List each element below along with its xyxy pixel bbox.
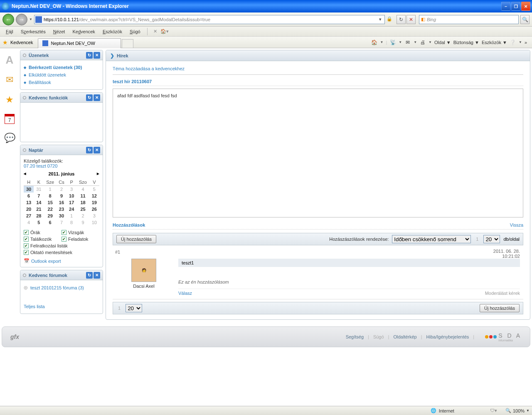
- zoom-dropdown-icon[interactable]: ▼: [526, 409, 530, 413]
- outlook-export-link[interactable]: 📅 Outlook export: [24, 258, 99, 264]
- check-exams[interactable]: ✔Vizsgák: [62, 229, 99, 236]
- prev-month-button[interactable]: ◂: [24, 171, 26, 176]
- close-button[interactable]: ✕: [521, 2, 530, 11]
- main-panel: ❯ Hírek Téma hozzáadása a kedvencekhez t…: [106, 50, 530, 320]
- upcoming-label: Közelgő találkozók:: [24, 158, 63, 163]
- widget-refresh-icon[interactable]: ↻: [86, 52, 93, 59]
- widget-close-icon[interactable]: ✕: [94, 147, 100, 153]
- widget-messages: Üzenetek ↻ ✕ ◆Beérkezett üzenetek (30) ◆…: [20, 50, 103, 90]
- help-icon[interactable]: ❔: [510, 39, 516, 46]
- check-signup[interactable]: ✔Feliratkozási listák: [24, 242, 99, 249]
- overflow-icon[interactable]: »: [525, 40, 527, 45]
- lock-icon: 🔒: [387, 16, 393, 23]
- full-list-link[interactable]: Teljes lista: [24, 304, 45, 309]
- print-icon[interactable]: 🖨: [419, 39, 426, 46]
- widget-refresh-icon[interactable]: ↻: [86, 147, 93, 153]
- rail-star-icon[interactable]: ★: [4, 94, 15, 106]
- sidebar: Üzenetek ↻ ✕ ◆Beérkezett üzenetek (30) ◆…: [20, 50, 103, 320]
- search-box[interactable]: ◧ Bing: [419, 15, 519, 24]
- new-comment-button-bottom[interactable]: Új hozzászólás: [480, 304, 520, 312]
- widget-title: Kedvenc funkciók: [29, 95, 68, 100]
- moderate-link[interactable]: Moderálást kérek: [485, 291, 520, 296]
- close-tab-icon[interactable]: ✕: [151, 29, 160, 34]
- cmd-page[interactable]: Oldal ▼: [434, 40, 451, 45]
- new-comment-button[interactable]: Új hozzászólás: [116, 235, 156, 243]
- check-meetings[interactable]: ✔Találkozók: [24, 236, 62, 242]
- menu-tools[interactable]: Eszközök: [99, 28, 126, 35]
- url-text: https://10.0.1.121/dev_ow/main.aspx?ctrl…: [42, 17, 377, 22]
- calendar-month: 2011. június: [49, 171, 75, 176]
- menu-file[interactable]: Fájl: [2, 28, 17, 35]
- browser-tab[interactable]: Neptun.Net DEV_OW: [38, 38, 121, 48]
- rail-chat-icon[interactable]: 💬: [4, 132, 15, 144]
- widget-title: Kedvenc fórumok: [29, 273, 67, 278]
- menu-view[interactable]: Nézet: [50, 28, 69, 35]
- per-page-label: db/oldal: [503, 237, 520, 242]
- navigation-row: ← → ▼ https://10.0.1.121/dev_ow/main.asp…: [0, 12, 532, 27]
- menu-help[interactable]: Súgó: [126, 28, 144, 35]
- minimize-button[interactable]: –: [501, 2, 510, 11]
- cmd-safety[interactable]: Biztonság ▼: [453, 40, 479, 45]
- inbox-link[interactable]: ◆Beérkezett üzenetek (30): [24, 64, 99, 71]
- page-indicator: 1: [118, 306, 121, 311]
- widget-close-icon[interactable]: ✕: [94, 272, 100, 279]
- search-button[interactable]: 🔍: [520, 15, 530, 24]
- upcoming-item[interactable]: 07.20 teszt 0720: [24, 163, 99, 168]
- calendar-grid[interactable]: HKSzeCsPSzoV 303112345 6789101112 131415…: [24, 179, 99, 226]
- favorites-label[interactable]: Kedvencek: [10, 40, 33, 45]
- next-month-button[interactable]: ▸: [97, 171, 99, 176]
- add-to-favorites-link[interactable]: Téma hozzáadása a kedvencekhez: [113, 66, 523, 75]
- favorites-star-icon[interactable]: ★: [2, 39, 8, 46]
- bullet-icon: [23, 54, 26, 57]
- footer-help[interactable]: Segítség: [346, 334, 364, 339]
- rail-mail-icon[interactable]: ✉: [4, 74, 15, 86]
- settings-link[interactable]: ◆Beállítások: [24, 79, 99, 86]
- separator: [147, 28, 148, 35]
- check-tasks[interactable]: ✔Feladatok: [62, 236, 99, 242]
- sent-link[interactable]: ◆Elküldött üzenetek: [24, 71, 99, 79]
- check-exemptions[interactable]: ✔Oktató mentesítések: [24, 249, 99, 256]
- home-split-icon[interactable]: 🏠▾: [160, 29, 169, 34]
- per-page-select[interactable]: 20: [483, 235, 500, 243]
- mail-icon[interactable]: ✉: [404, 39, 411, 46]
- menu-edit[interactable]: Szerkesztés: [17, 28, 49, 35]
- widget-close-icon[interactable]: ✕: [94, 52, 100, 59]
- cmd-tools[interactable]: Eszközök ▼: [482, 40, 507, 45]
- zoom-icon[interactable]: 🔍: [505, 408, 511, 413]
- sort-select[interactable]: Időben csökkenő sorrend: [392, 235, 471, 243]
- address-dropdown-icon[interactable]: ▾: [377, 17, 384, 22]
- stop-button[interactable]: ✕: [406, 15, 416, 24]
- widget-refresh-icon[interactable]: ↻: [86, 94, 93, 101]
- maximize-button[interactable]: ❐: [511, 2, 520, 11]
- refresh-button[interactable]: ↻: [397, 15, 406, 24]
- reply-link[interactable]: Válasz: [178, 291, 192, 296]
- address-bar[interactable]: https://10.0.1.121/dev_ow/main.aspx?ctrl…: [34, 15, 385, 24]
- home-icon[interactable]: 🏠: [371, 39, 377, 46]
- forum-icon: ◎: [24, 285, 28, 290]
- rail-letter-icon[interactable]: A: [4, 54, 15, 66]
- back-button[interactable]: ←: [2, 14, 14, 25]
- menu-favorites[interactable]: Kedvencek: [69, 28, 98, 35]
- protected-mode-icon[interactable]: 🛡▾: [490, 408, 497, 413]
- check-classes[interactable]: ✔Órák: [24, 229, 62, 236]
- menubar: Fájl Szerkesztés Nézet Kedvencek Eszközö…: [0, 27, 532, 37]
- footer-sitemap[interactable]: Oldaltérkép: [393, 334, 416, 339]
- forum-item[interactable]: ◎ teszt 20101215 fóruma (3): [24, 284, 99, 291]
- widget-calendar: Naptár ↻ ✕ Közelgő találkozók: 07.20 tes…: [20, 145, 103, 267]
- footer-manual[interactable]: Súgó: [373, 334, 384, 339]
- widget-close-icon[interactable]: ✕: [94, 94, 100, 101]
- back-link[interactable]: Vissza: [510, 222, 523, 227]
- ie-logo-icon: [2, 2, 9, 10]
- new-tab-button[interactable]: [122, 39, 133, 48]
- footer-bugreport[interactable]: Hiba/Igénybejelentés: [426, 334, 469, 339]
- per-page-select-bottom[interactable]: 20: [126, 304, 142, 312]
- forward-button[interactable]: →: [16, 14, 27, 25]
- security-zone: Internet: [439, 408, 454, 413]
- history-dropdown-icon[interactable]: ▼: [29, 17, 32, 21]
- bullet-icon: [23, 148, 26, 152]
- statusbar: 🌐 Internet 🛡▾ 🔍 100% ▼: [0, 406, 532, 415]
- widget-refresh-icon[interactable]: ↻: [86, 272, 93, 279]
- rail-calendar-icon[interactable]: 7: [5, 114, 15, 124]
- avatar: 🧑: [131, 259, 156, 282]
- feeds-icon[interactable]: 📡: [389, 39, 396, 46]
